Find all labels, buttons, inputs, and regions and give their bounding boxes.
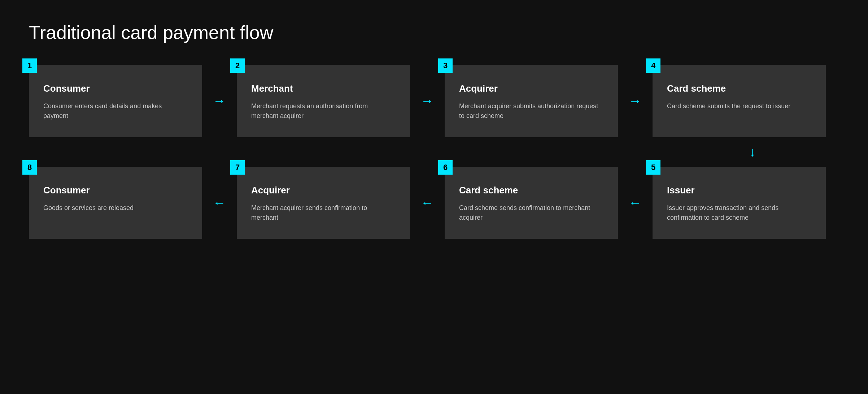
card-title-8: Consumer — [43, 185, 188, 196]
arrow-right-2: → — [421, 93, 434, 109]
card-number-3: 3 — [438, 58, 453, 73]
card-desc-2: Merchant requests an authorisation from … — [251, 101, 396, 121]
card-number-4: 4 — [646, 58, 660, 73]
arrow-left-2: ← — [421, 195, 434, 210]
card-5: 5 Issuer Issuer approves transaction and… — [653, 167, 826, 239]
arrow-right-3: → — [629, 93, 642, 109]
card-title-6: Card scheme — [459, 185, 603, 196]
card-desc-6: Card scheme sends confirmation to mercha… — [459, 203, 603, 223]
card-desc-3: Merchant acquirer submits authorization … — [459, 101, 603, 121]
card-desc-8: Goods or services are released — [43, 203, 188, 213]
card-title-2: Merchant — [251, 83, 396, 94]
arrow-left-1: ← — [213, 195, 226, 210]
card-title-4: Card scheme — [667, 83, 811, 94]
page-title: Traditional card payment flow — [29, 22, 839, 43]
top-row: 1 Consumer Consumer enters card details … — [29, 65, 839, 137]
card-number-6: 6 — [438, 160, 453, 175]
arrow-left-3: ← — [629, 195, 642, 210]
card-desc-4: Card scheme submits the request to issue… — [667, 101, 811, 111]
card-title-3: Acquirer — [459, 83, 603, 94]
card-number-8: 8 — [22, 160, 37, 175]
card-title-1: Consumer — [43, 83, 188, 94]
card-2: 2 Merchant Merchant requests an authoris… — [237, 65, 410, 137]
down-arrow-row: ↓ — [29, 137, 839, 167]
card-7: 7 Acquirer Merchant acquirer sends confi… — [237, 167, 410, 239]
card-desc-7: Merchant acquirer sends confirmation to … — [251, 203, 396, 223]
card-number-2: 2 — [230, 58, 245, 73]
card-desc-1: Consumer enters card details and makes p… — [43, 101, 188, 121]
bottom-row: 8 Consumer Goods or services are release… — [29, 167, 839, 239]
card-1: 1 Consumer Consumer enters card details … — [29, 65, 202, 137]
card-number-1: 1 — [22, 58, 37, 73]
card-4: 4 Card scheme Card scheme submits the re… — [653, 65, 826, 137]
card-number-7: 7 — [230, 160, 245, 175]
arrow-right-1: → — [213, 93, 226, 109]
card-3: 3 Acquirer Merchant acquirer submits aut… — [445, 65, 618, 137]
arrow-down: ↓ — [666, 137, 839, 167]
card-desc-5: Issuer approves transaction and sends co… — [667, 203, 811, 223]
card-number-5: 5 — [646, 160, 660, 175]
card-8: 8 Consumer Goods or services are release… — [29, 167, 202, 239]
card-title-7: Acquirer — [251, 185, 396, 196]
flow-container: 1 Consumer Consumer enters card details … — [29, 65, 839, 239]
card-title-5: Issuer — [667, 185, 811, 196]
card-6: 6 Card scheme Card scheme sends confirma… — [445, 167, 618, 239]
